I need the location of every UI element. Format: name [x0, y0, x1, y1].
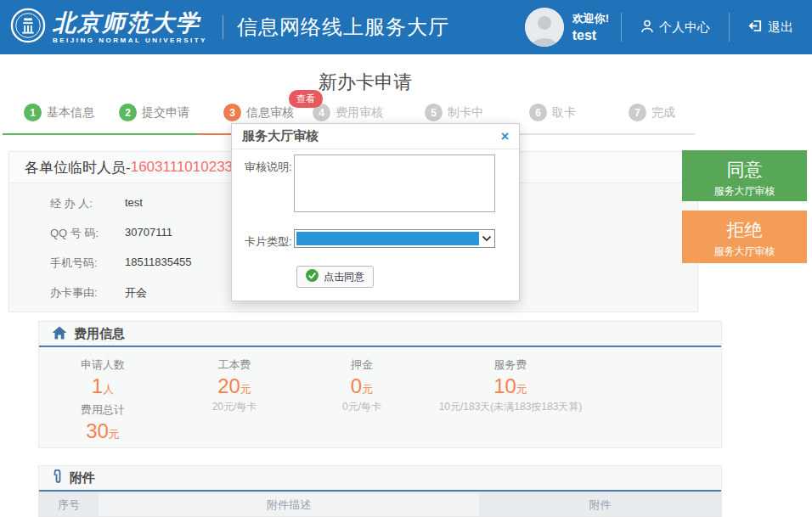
reject-button-title: 拒绝 [682, 218, 807, 242]
fee-deposit-label: 押金 [302, 357, 421, 373]
field-mobile: 手机号码: 18511835455 [50, 256, 192, 271]
personal-center-label: 个人中心 [659, 20, 710, 36]
step-5-label: 制卡中 [448, 105, 483, 121]
attachments-col-no: 序号 [39, 492, 99, 516]
attachments-heading-label: 附件 [70, 470, 95, 486]
fee-deposit-note: 0元/每卡 [302, 400, 421, 414]
step-5-number: 5 [425, 104, 443, 121]
reject-button-subtitle: 服务大厅审核 [682, 244, 807, 259]
fee-service: 服务费 10元 10元/183天(未满183按183天算) [421, 357, 600, 414]
attachments-panel: 附件 序号 附件描述 附件 [38, 465, 722, 517]
field-qq: QQ 号 码: 30707111 [50, 226, 172, 241]
step-4-label: 费用审核 [336, 105, 383, 121]
step-1-number: 1 [24, 104, 42, 121]
attachments-col-desc: 附件描述 [99, 492, 479, 516]
fee-service-note: 10元/183天(未满183按183天算) [421, 400, 600, 414]
logout-link[interactable]: 退出 [730, 19, 812, 36]
step-7-complete: 7 完成 [629, 104, 675, 121]
welcome-block: 欢迎你! test [572, 11, 609, 43]
click-agree-label: 点击同意 [324, 270, 364, 284]
card-type-label: 卡片类型: [245, 234, 292, 250]
welcome-text: 欢迎你! [572, 11, 609, 26]
fee-production-note: 20元/每卡 [166, 400, 302, 414]
step-1-label: 基本信息 [47, 105, 94, 121]
fees-heading: 费用信息 [39, 322, 721, 347]
approve-button-subtitle: 服务大厅审核 [682, 184, 807, 199]
field-qq-label: QQ 号 码: [50, 226, 125, 241]
close-icon[interactable]: × [501, 129, 509, 144]
fee-deposit-value: 0元 [302, 374, 421, 398]
username: test [572, 28, 609, 43]
check-circle-icon [306, 269, 319, 284]
field-mobile-label: 手机号码: [50, 256, 125, 271]
card-type-select[interactable] [294, 229, 495, 248]
attachments-col-file: 附件 [479, 492, 721, 516]
logout-icon [748, 19, 763, 36]
university-name-cn: 北京师范大学 [53, 11, 207, 34]
university-name-en: BEIJING NORMAL UNIVERSITY [53, 37, 207, 44]
fee-service-value: 10元 [421, 374, 600, 398]
step-3-number: 3 [223, 104, 241, 121]
service-hall-page: 北京师范大学 BEIJING NORMAL UNIVERSITY 信息网络线上服… [0, 0, 812, 517]
fee-applicants-label: 申请人数 [39, 357, 166, 373]
university-name: 北京师范大学 BEIJING NORMAL UNIVERSITY [53, 11, 207, 44]
step-5-card-making: 5 制卡中 [425, 104, 483, 121]
fee-service-label: 服务费 [421, 357, 600, 373]
attachments-heading: 附件 [39, 466, 721, 492]
field-reason-value: 开会 [125, 285, 147, 301]
field-handler: 经 办 人: test [50, 196, 143, 211]
step-4-fee-review: 4 费用审核 [313, 104, 383, 121]
step-7-label: 完成 [651, 105, 675, 121]
avatar[interactable] [525, 8, 564, 47]
review-modal: 服务大厅审核 × 审核说明: 卡片类型: 点击同意 [231, 123, 520, 301]
field-reason-label: 办卡事由: [50, 285, 125, 301]
review-note-textarea[interactable] [294, 155, 495, 212]
progress-line-done [3, 133, 198, 135]
chevron-down-icon [480, 236, 493, 241]
step-6-label: 取卡 [552, 105, 576, 121]
person-icon [640, 20, 654, 36]
step-6-pickup: 6 取卡 [529, 104, 576, 121]
fee-production: 工本费 20元 20元/每卡 [166, 357, 302, 414]
field-handler-label: 经 办 人: [50, 196, 125, 211]
approve-button[interactable]: 同意 服务大厅审核 [682, 150, 807, 201]
logout-label: 退出 [768, 20, 793, 36]
header-bar: 北京师范大学 BEIJING NORMAL UNIVERSITY 信息网络线上服… [0, 0, 812, 54]
fee-deposit: 押金 0元 0元/每卡 [302, 357, 421, 414]
click-agree-button[interactable]: 点击同意 [296, 266, 374, 288]
step-2-submit: 2 提交申请 [119, 104, 189, 121]
modal-header: 服务大厅审核 × [232, 124, 519, 149]
card-type-selected-highlight [296, 232, 479, 245]
fees-heading-label: 费用信息 [74, 326, 125, 342]
step-2-label: 提交申请 [142, 105, 189, 121]
step-3-view-badge[interactable]: 查看 [289, 90, 323, 108]
modal-title: 服务大厅审核 [242, 128, 319, 144]
step-2-number: 2 [119, 104, 137, 121]
fee-total-label: 费用总计 [39, 402, 166, 418]
approve-button-title: 同意 [682, 158, 807, 182]
step-7-number: 7 [629, 104, 646, 121]
fee-applicants-value: 1人 [39, 374, 166, 398]
header-user-area: 欢迎你! test 个人中心 [525, 0, 812, 54]
header-divider [223, 15, 223, 39]
field-qq-value: 30707111 [125, 226, 172, 241]
personal-center-link[interactable]: 个人中心 [622, 20, 729, 36]
home-icon [52, 326, 67, 342]
fee-production-value: 20元 [166, 374, 302, 398]
page-title: 新办卡申请 [0, 70, 730, 95]
university-seal-icon [10, 8, 46, 47]
attachments-table-header: 序号 附件描述 附件 [39, 492, 721, 516]
field-handler-value: test [125, 196, 143, 211]
application-number: 16031110102331 [131, 159, 241, 176]
applicant-group-label: 各单位临时人员- [25, 158, 131, 177]
field-reason: 办卡事由: 开会 [50, 285, 147, 301]
step-3-info-review: 3 信息审核 [223, 104, 294, 121]
field-mobile-value: 18511835455 [125, 256, 192, 271]
paperclip-icon [52, 469, 63, 486]
step-6-number: 6 [529, 104, 547, 121]
fees-panel: 费用信息 申请人数 1人 工本费 20元 20元/每卡 押金 0元 0元/每卡 … [38, 321, 722, 448]
fee-total: 费用总计 30元 [39, 402, 166, 443]
step-3-label: 信息审核 [246, 105, 294, 121]
reject-button[interactable]: 拒绝 服务大厅审核 [682, 211, 807, 263]
fee-production-label: 工本费 [166, 357, 302, 373]
